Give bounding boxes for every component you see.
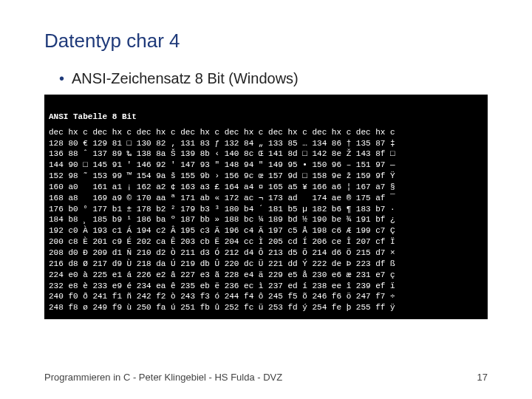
- ansi-table-console: ANSI Tabelle 8 Bitdec hx c dec hx c dec …: [44, 95, 488, 319]
- bullet-item: •ANSI-Zeichensatz 8 Bit (Windows): [59, 70, 488, 87]
- footer-text: Programmieren in C - Peter Klingebiel - …: [44, 372, 282, 383]
- page-number: 17: [477, 372, 488, 383]
- console-table-body: dec hx c dec hx c dec hx c dec hx c dec …: [49, 128, 400, 313]
- console-header: ANSI Tabelle 8 Bit: [49, 112, 483, 123]
- bullet-dot-icon: •: [59, 70, 64, 86]
- bullet-text: ANSI-Zeichensatz 8 Bit (Windows): [72, 70, 299, 86]
- slide-title: Datentyp char 4: [44, 30, 488, 52]
